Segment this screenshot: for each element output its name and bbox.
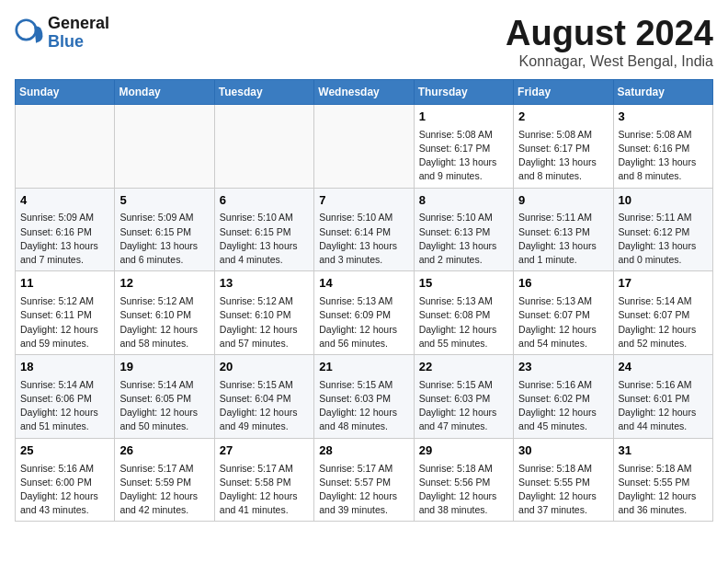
- cell-content: Sunrise: 5:13 AM Sunset: 6:09 PM Dayligh…: [319, 294, 408, 350]
- cell-3-3: 21Sunrise: 5:15 AM Sunset: 6:03 PM Dayli…: [314, 354, 414, 438]
- title-block: August 2024 Konnagar, West Bengal, India: [506, 15, 713, 70]
- day-number: 31: [619, 442, 708, 460]
- day-number: 9: [518, 192, 608, 210]
- cell-content: Sunrise: 5:15 AM Sunset: 6:03 PM Dayligh…: [319, 378, 408, 434]
- day-number: 20: [220, 359, 309, 376]
- header-thursday: Thursday: [414, 79, 513, 104]
- day-number: 15: [419, 275, 508, 293]
- day-number: 25: [20, 442, 109, 460]
- week-row-3: 11Sunrise: 5:12 AM Sunset: 6:11 PM Dayli…: [16, 271, 713, 355]
- day-number: 24: [619, 359, 708, 376]
- logo-text: General Blue: [48, 15, 109, 52]
- cell-content: Sunrise: 5:11 AM Sunset: 6:13 PM Dayligh…: [518, 211, 608, 267]
- day-number: 26: [119, 442, 209, 460]
- cell-2-3: 14Sunrise: 5:13 AM Sunset: 6:09 PM Dayli…: [314, 271, 414, 355]
- cell-3-2: 20Sunrise: 5:15 AM Sunset: 6:04 PM Dayli…: [214, 354, 313, 438]
- day-number: 7: [319, 192, 408, 210]
- cell-content: Sunrise: 5:10 AM Sunset: 6:15 PM Dayligh…: [220, 211, 309, 267]
- cell-1-5: 9Sunrise: 5:11 AM Sunset: 6:13 PM Daylig…: [514, 188, 613, 271]
- cell-4-5: 30Sunrise: 5:18 AM Sunset: 5:55 PM Dayli…: [514, 438, 613, 522]
- cell-2-6: 17Sunrise: 5:14 AM Sunset: 6:07 PM Dayli…: [613, 271, 712, 355]
- cell-content: Sunrise: 5:12 AM Sunset: 6:10 PM Dayligh…: [119, 294, 209, 350]
- day-number: 8: [419, 192, 508, 210]
- week-row-4: 18Sunrise: 5:14 AM Sunset: 6:06 PM Dayli…: [16, 354, 713, 438]
- cell-content: Sunrise: 5:12 AM Sunset: 6:10 PM Dayligh…: [220, 294, 309, 350]
- day-number: 14: [319, 275, 408, 293]
- cell-1-6: 10Sunrise: 5:11 AM Sunset: 6:12 PM Dayli…: [613, 188, 712, 271]
- cell-4-1: 26Sunrise: 5:17 AM Sunset: 5:59 PM Dayli…: [115, 438, 214, 522]
- day-number: 13: [220, 275, 309, 293]
- cell-2-4: 15Sunrise: 5:13 AM Sunset: 6:08 PM Dayli…: [414, 271, 513, 355]
- header-sunday: Sunday: [16, 79, 115, 104]
- cell-content: Sunrise: 5:16 AM Sunset: 6:01 PM Dayligh…: [619, 378, 708, 434]
- cell-3-0: 18Sunrise: 5:14 AM Sunset: 6:06 PM Dayli…: [16, 354, 115, 438]
- week-row-2: 4Sunrise: 5:09 AM Sunset: 6:16 PM Daylig…: [16, 188, 713, 271]
- cell-content: Sunrise: 5:08 AM Sunset: 6:17 PM Dayligh…: [518, 128, 608, 184]
- day-number: 18: [20, 359, 109, 376]
- cell-2-1: 12Sunrise: 5:12 AM Sunset: 6:10 PM Dayli…: [115, 271, 214, 355]
- cell-content: Sunrise: 5:17 AM Sunset: 5:59 PM Dayligh…: [119, 462, 209, 518]
- cell-content: Sunrise: 5:18 AM Sunset: 5:56 PM Dayligh…: [419, 462, 508, 518]
- day-number: 16: [518, 275, 608, 293]
- cell-content: Sunrise: 5:17 AM Sunset: 5:58 PM Dayligh…: [220, 462, 309, 518]
- cell-2-2: 13Sunrise: 5:12 AM Sunset: 6:10 PM Dayli…: [214, 271, 313, 355]
- day-number: 23: [518, 359, 608, 376]
- day-number: 21: [319, 359, 408, 376]
- logo-icon: [15, 18, 44, 48]
- cell-content: Sunrise: 5:15 AM Sunset: 6:04 PM Dayligh…: [220, 378, 309, 434]
- cell-2-5: 16Sunrise: 5:13 AM Sunset: 6:07 PM Dayli…: [514, 271, 613, 355]
- cell-content: Sunrise: 5:10 AM Sunset: 6:14 PM Dayligh…: [319, 211, 408, 267]
- cell-content: Sunrise: 5:17 AM Sunset: 5:57 PM Dayligh…: [319, 462, 408, 518]
- page-header: General Blue August 2024 Konnagar, West …: [15, 15, 713, 70]
- cell-content: Sunrise: 5:12 AM Sunset: 6:11 PM Dayligh…: [20, 294, 109, 350]
- day-number: 27: [220, 442, 309, 460]
- header-friday: Friday: [514, 79, 613, 104]
- logo: General Blue: [15, 15, 109, 52]
- day-number: 1: [419, 109, 508, 126]
- cell-content: Sunrise: 5:18 AM Sunset: 5:55 PM Dayligh…: [518, 462, 608, 518]
- cell-4-6: 31Sunrise: 5:18 AM Sunset: 5:55 PM Dayli…: [613, 438, 712, 522]
- cell-content: Sunrise: 5:15 AM Sunset: 6:03 PM Dayligh…: [419, 378, 508, 434]
- header-tuesday: Tuesday: [214, 79, 313, 104]
- day-number: 29: [419, 442, 508, 460]
- cell-content: Sunrise: 5:10 AM Sunset: 6:13 PM Dayligh…: [419, 211, 508, 267]
- cell-1-1: 5Sunrise: 5:09 AM Sunset: 6:15 PM Daylig…: [115, 188, 214, 271]
- calendar-header: SundayMondayTuesdayWednesdayThursdayFrid…: [16, 79, 713, 104]
- calendar-table: SundayMondayTuesdayWednesdayThursdayFrid…: [15, 79, 713, 523]
- cell-content: Sunrise: 5:08 AM Sunset: 6:17 PM Dayligh…: [419, 128, 508, 184]
- cell-3-6: 24Sunrise: 5:16 AM Sunset: 6:01 PM Dayli…: [613, 354, 712, 438]
- day-number: 3: [619, 109, 708, 126]
- day-number: 6: [220, 192, 309, 210]
- cell-1-0: 4Sunrise: 5:09 AM Sunset: 6:16 PM Daylig…: [16, 188, 115, 271]
- cell-1-4: 8Sunrise: 5:10 AM Sunset: 6:13 PM Daylig…: [414, 188, 513, 271]
- cell-2-0: 11Sunrise: 5:12 AM Sunset: 6:11 PM Dayli…: [16, 271, 115, 355]
- cell-1-2: 6Sunrise: 5:10 AM Sunset: 6:15 PM Daylig…: [214, 188, 313, 271]
- cell-content: Sunrise: 5:11 AM Sunset: 6:12 PM Dayligh…: [619, 211, 708, 267]
- header-row: SundayMondayTuesdayWednesdayThursdayFrid…: [16, 79, 713, 104]
- cell-4-4: 29Sunrise: 5:18 AM Sunset: 5:56 PM Dayli…: [414, 438, 513, 522]
- cell-0-3: [314, 104, 414, 188]
- calendar-body: 1Sunrise: 5:08 AM Sunset: 6:17 PM Daylig…: [16, 104, 713, 522]
- cell-3-5: 23Sunrise: 5:16 AM Sunset: 6:02 PM Dayli…: [514, 354, 613, 438]
- cell-0-6: 3Sunrise: 5:08 AM Sunset: 6:16 PM Daylig…: [613, 104, 712, 188]
- cell-content: Sunrise: 5:08 AM Sunset: 6:16 PM Dayligh…: [619, 128, 708, 184]
- day-number: 17: [619, 275, 708, 293]
- cell-content: Sunrise: 5:16 AM Sunset: 6:00 PM Dayligh…: [20, 462, 109, 518]
- day-number: 4: [20, 192, 109, 210]
- cell-1-3: 7Sunrise: 5:10 AM Sunset: 6:14 PM Daylig…: [314, 188, 414, 271]
- cell-0-2: [214, 104, 313, 188]
- day-number: 11: [20, 275, 109, 293]
- calendar-title: August 2024: [506, 15, 713, 53]
- svg-point-0: [17, 20, 36, 40]
- day-number: 10: [619, 192, 708, 210]
- day-number: 30: [518, 442, 608, 460]
- header-monday: Monday: [115, 79, 214, 104]
- cell-content: Sunrise: 5:14 AM Sunset: 6:05 PM Dayligh…: [119, 378, 209, 434]
- cell-content: Sunrise: 5:14 AM Sunset: 6:07 PM Dayligh…: [619, 294, 708, 350]
- day-number: 2: [518, 109, 608, 126]
- cell-content: Sunrise: 5:13 AM Sunset: 6:08 PM Dayligh…: [419, 294, 508, 350]
- week-row-1: 1Sunrise: 5:08 AM Sunset: 6:17 PM Daylig…: [16, 104, 713, 188]
- week-row-5: 25Sunrise: 5:16 AM Sunset: 6:00 PM Dayli…: [16, 438, 713, 522]
- header-wednesday: Wednesday: [314, 79, 414, 104]
- cell-0-5: 2Sunrise: 5:08 AM Sunset: 6:17 PM Daylig…: [514, 104, 613, 188]
